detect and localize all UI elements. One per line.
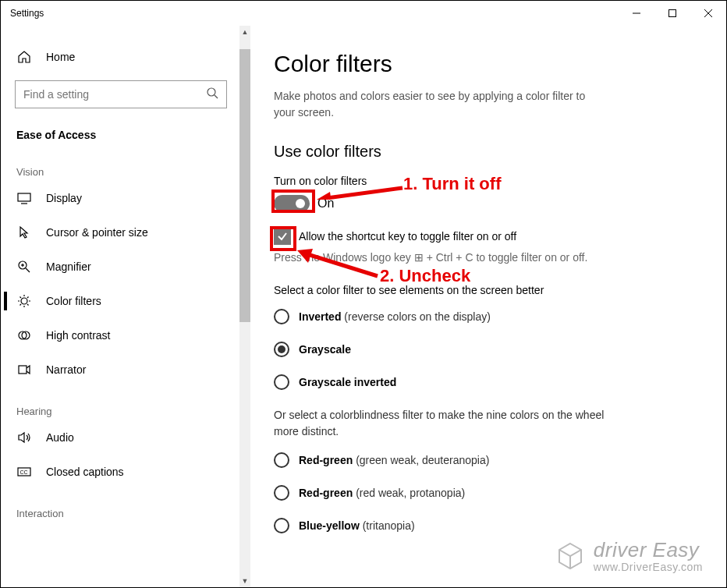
display-icon [16, 190, 32, 206]
radio-button[interactable] [274, 374, 289, 390]
search-box[interactable] [15, 80, 227, 108]
radio-grayscale[interactable]: Grayscale [274, 342, 703, 357]
sidebar-item-label: High contrast [46, 329, 110, 342]
svg-line-20 [27, 297, 29, 299]
watermark-url: www.DriverEasy.com [594, 561, 703, 573]
radio-tritanopia[interactable]: Blue-yellow (tritanopia) [274, 518, 703, 533]
sidebar-item-label: Cursor & pointer size [46, 226, 148, 239]
color-filters-toggle[interactable] [274, 195, 310, 212]
section-heading: Use color filters [274, 143, 703, 161]
sidebar-item-label: Display [46, 192, 82, 204]
scroll-up-arrow[interactable]: ▲ [239, 26, 250, 38]
sidebar-item-label: Color filters [46, 295, 101, 307]
group-interaction: Interaction [1, 489, 250, 522]
shortcut-checkbox[interactable] [274, 228, 291, 245]
home-icon [16, 49, 32, 65]
sidebar-item-cursor[interactable]: Cursor & pointer size [1, 215, 250, 250]
sidebar-item-closed-captions[interactable]: CC Closed captions [1, 455, 250, 489]
svg-point-12 [21, 298, 27, 304]
window-title: Settings [10, 8, 619, 19]
main-content: Color filters Make photos and colors eas… [250, 26, 726, 587]
group-hearing: Hearing [1, 387, 250, 420]
group-vision: Vision [1, 147, 250, 181]
sidebar-item-label: Narrator [46, 363, 86, 376]
titlebar: Settings [1, 1, 726, 26]
radio-button[interactable] [274, 485, 289, 501]
page-subtitle: Make photos and colors easier to see by … [274, 88, 609, 121]
toggle-knob [296, 199, 305, 208]
annotation-text-1: 1. Turn it off [403, 174, 501, 194]
audio-icon [16, 430, 32, 445]
sidebar: Home Ease of Access Vision Display Curso… [1, 26, 250, 587]
sidebar-item-magnifier[interactable]: Magnifier [1, 250, 250, 284]
svg-rect-1 [669, 10, 676, 17]
shortcut-hint: Press the Windows logo key ⊞ + Ctrl + C … [274, 251, 703, 264]
svg-rect-23 [19, 366, 27, 374]
cursor-icon [16, 225, 32, 240]
svg-line-19 [20, 304, 22, 306]
radio-inverted[interactable]: Inverted (reverse colors on the display) [274, 309, 703, 324]
magnifier-icon [16, 259, 32, 275]
filter-instruction: Select a color filter to see elements on… [274, 284, 703, 296]
sidebar-scrollbar[interactable]: ▲ ▼ [239, 26, 250, 587]
radio-grayscale-inverted[interactable]: Grayscale inverted [274, 374, 703, 390]
windows-key-icon: ⊞ [414, 251, 424, 264]
svg-line-18 [27, 304, 29, 306]
page-heading: Color filters [274, 51, 703, 77]
svg-rect-6 [18, 193, 30, 201]
maximize-button[interactable] [654, 1, 690, 26]
sidebar-item-display[interactable]: Display [1, 181, 250, 215]
annotation-text-2: 2. Uncheck [380, 266, 470, 286]
watermark-logo-icon [555, 540, 586, 572]
section-title: Ease of Access [1, 115, 250, 147]
search-input[interactable] [23, 88, 206, 101]
radio-button[interactable] [274, 518, 289, 533]
window-controls [619, 1, 726, 26]
svg-point-4 [207, 88, 215, 96]
radio-protanopia[interactable]: Red-green (red weak, protanopia) [274, 485, 703, 501]
minimize-button[interactable] [619, 1, 654, 26]
radio-button[interactable] [274, 309, 289, 324]
radio-deuteranopia[interactable]: Red-green (green weak, deuteranopia) [274, 452, 703, 468]
radio-button[interactable] [274, 452, 289, 468]
search-icon [206, 87, 218, 102]
sidebar-item-high-contrast[interactable]: High contrast [1, 318, 250, 352]
sidebar-item-label: Magnifier [46, 260, 91, 273]
high-contrast-icon [16, 328, 32, 343]
color-filters-icon [16, 293, 32, 309]
checkbox-label: Allow the shortcut key to toggle filter … [299, 230, 516, 243]
scrollbar-thumb[interactable] [239, 49, 250, 322]
svg-line-5 [215, 95, 218, 98]
colorblind-instruction: Or select a colorblindness filter to mak… [274, 407, 617, 440]
svg-text:CC: CC [20, 469, 28, 475]
watermark: driver Easy www.DriverEasy.com [555, 539, 703, 573]
home-nav[interactable]: Home [1, 40, 250, 74]
sidebar-item-label: Closed captions [46, 466, 124, 478]
scroll-down-arrow[interactable]: ▼ [239, 575, 250, 587]
sidebar-item-color-filters[interactable]: Color filters [1, 284, 250, 318]
sidebar-item-narrator[interactable]: Narrator [1, 352, 250, 387]
sidebar-item-label: Audio [46, 431, 74, 444]
active-indicator [4, 292, 7, 310]
home-label: Home [46, 51, 75, 63]
close-button[interactable] [690, 1, 726, 26]
svg-line-9 [26, 268, 30, 272]
narrator-icon [16, 362, 32, 377]
closed-captions-icon: CC [16, 464, 32, 480]
radio-button[interactable] [274, 342, 289, 357]
toggle-state-label: On [317, 197, 334, 211]
svg-line-17 [20, 297, 22, 299]
sidebar-item-audio[interactable]: Audio [1, 420, 250, 455]
